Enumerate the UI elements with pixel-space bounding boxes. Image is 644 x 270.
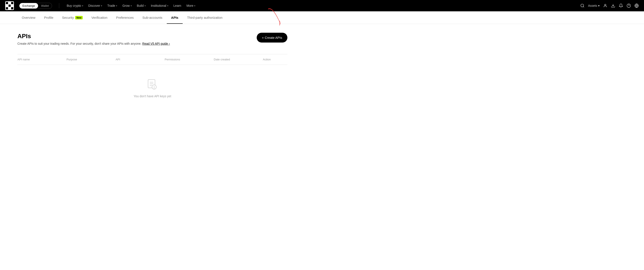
nav-item-grow[interactable]: Grow ▾ (120, 3, 134, 9)
nav-item-trade[interactable]: Trade ▾ (105, 3, 119, 9)
page-description: Create APIs to suit your trading needs. … (18, 42, 170, 45)
nav-item-learn[interactable]: Learn (171, 3, 184, 9)
empty-state-message: You don't have API keys yet (134, 94, 171, 98)
chevron-down-icon: ▾ (144, 5, 146, 7)
language-icon[interactable] (634, 4, 639, 8)
nav-divider (59, 3, 59, 8)
subnav-preferences[interactable]: Preferences (112, 11, 138, 24)
column-permissions: Permissions (164, 58, 214, 61)
okx-logo[interactable] (5, 1, 14, 10)
svg-point-0 (581, 4, 584, 7)
mode-switcher: Exchange Wallet (19, 3, 52, 9)
nav-item-buy-crypto[interactable]: Buy crypto ▾ (64, 3, 85, 9)
help-icon[interactable] (626, 4, 631, 8)
notifications-icon[interactable] (619, 4, 623, 8)
chevron-down-icon: ▾ (194, 5, 195, 7)
download-icon[interactable] (611, 4, 615, 8)
subnav-profile[interactable]: Profile (40, 11, 58, 24)
subnav-verification[interactable]: Verification (87, 11, 112, 24)
nav-item-discover[interactable]: Discover ▾ (86, 3, 104, 9)
chevron-down-icon: ▾ (82, 5, 83, 7)
sub-navigation: Overview Profile Security New Verificati… (0, 11, 644, 24)
search-icon[interactable] (580, 4, 584, 8)
page-header: APIs Create APIs to suit your trading ne… (18, 33, 288, 45)
main-content: APIs Create APIs to suit your trading ne… (0, 24, 305, 120)
column-action: Action (263, 58, 288, 61)
api-guide-link[interactable]: Read V5 API guide › (142, 42, 170, 45)
wallet-mode-button[interactable]: Wallet (38, 3, 52, 9)
empty-state: You don't have API keys yet (18, 65, 288, 111)
column-api: API (116, 58, 164, 61)
nav-item-build[interactable]: Build ▾ (135, 3, 148, 9)
chevron-down-icon: ▾ (116, 5, 117, 7)
chevron-down-icon: ▾ (131, 5, 132, 7)
chevron-down-icon: ▾ (598, 4, 600, 8)
assets-button[interactable]: Assets ▾ (588, 4, 600, 8)
empty-state-icon (146, 78, 159, 91)
svg-point-2 (604, 4, 606, 6)
exchange-mode-button[interactable]: Exchange (20, 3, 38, 9)
api-table: API name Purpose API Permissions Date cr… (18, 54, 288, 111)
chevron-down-icon: ▾ (101, 5, 102, 7)
page-title-section: APIs Create APIs to suit your trading ne… (18, 33, 170, 45)
subnav-third-party[interactable]: Third-party authorization (183, 11, 227, 24)
account-icon[interactable] (603, 4, 608, 8)
column-api-name: API name (18, 58, 66, 61)
annotation-container: + Create APIs (257, 33, 288, 43)
nav-item-more[interactable]: More ▾ (184, 3, 198, 9)
new-badge: New (75, 16, 83, 19)
column-purpose: Purpose (66, 58, 116, 61)
create-apis-button[interactable]: + Create APIs (257, 33, 288, 43)
table-header: API name Purpose API Permissions Date cr… (18, 54, 288, 65)
svg-line-1 (583, 7, 584, 8)
nav-right: Assets ▾ (580, 4, 639, 8)
subnav-overview[interactable]: Overview (18, 11, 40, 24)
top-navigation: Exchange Wallet Buy crypto ▾ Discover ▾ … (0, 0, 644, 11)
subnav-security[interactable]: Security New (58, 11, 87, 24)
subnav-apis[interactable]: APIs (167, 11, 183, 24)
nav-links: Buy crypto ▾ Discover ▾ Trade ▾ Grow ▾ B… (64, 3, 577, 9)
subnav-sub-accounts[interactable]: Sub-accounts (138, 11, 167, 24)
nav-item-institutional[interactable]: Institutional ▾ (149, 3, 170, 9)
chevron-down-icon: ▾ (167, 5, 168, 7)
column-date-created: Date created (214, 58, 263, 61)
page-title: APIs (18, 33, 170, 40)
svg-point-15 (154, 88, 154, 89)
